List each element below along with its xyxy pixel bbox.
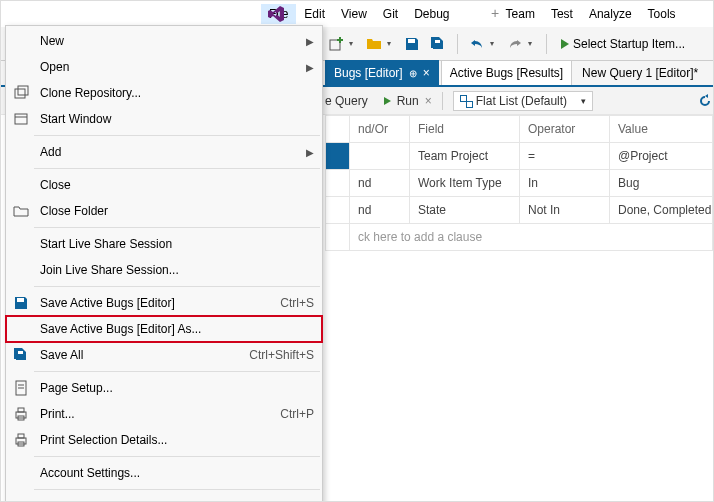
cell-operator[interactable]: = — [520, 143, 610, 170]
menu-item-label: Join Live Share Session... — [40, 263, 314, 277]
menu-item-save-active-bugs-editor[interactable]: Save Active Bugs [Editor]Ctrl+S — [6, 290, 322, 316]
svg-rect-13 — [18, 408, 24, 412]
table-row[interactable]: nd Work Item Type In Bug — [326, 170, 713, 197]
print-icon — [10, 405, 32, 423]
menu-git[interactable]: Git — [375, 4, 406, 24]
menu-item-save-active-bugs-editor-as[interactable]: Save Active Bugs [Editor] As... — [6, 316, 322, 342]
menu-item-close[interactable]: Close — [6, 172, 322, 198]
row-select-cell[interactable] — [326, 197, 350, 224]
menu-team[interactable]: Team — [498, 4, 543, 24]
menu-item-add[interactable]: Add▶ — [6, 139, 322, 165]
menu-tools[interactable]: Tools — [640, 4, 684, 24]
menu-item-new[interactable]: New▶ — [6, 28, 322, 54]
cell-operator[interactable]: In — [520, 170, 610, 197]
cell-value[interactable]: Bug — [610, 170, 713, 197]
menu-item-print-selection-details[interactable]: Print Selection Details... — [6, 427, 322, 453]
row-select-cell[interactable] — [326, 170, 350, 197]
cell-andor[interactable]: nd — [350, 170, 410, 197]
open-file-icon[interactable]: ▾ — [363, 33, 385, 55]
blank-icon — [10, 58, 32, 76]
cell-andor[interactable] — [350, 143, 410, 170]
menu-item-recent-files[interactable]: Recent Files▶ — [6, 493, 322, 502]
menu-item-label: Clone Repository... — [40, 86, 314, 100]
menu-separator — [34, 135, 320, 136]
clone-icon — [10, 84, 32, 102]
cell-field[interactable]: Team Project — [410, 143, 520, 170]
col-field[interactable]: Field — [410, 116, 520, 143]
cell-operator[interactable]: Not In — [520, 197, 610, 224]
col-andor[interactable]: nd/Or — [350, 116, 410, 143]
refresh-icon[interactable] — [697, 93, 713, 109]
menu-item-join-live-share-session[interactable]: Join Live Share Session... — [6, 257, 322, 283]
menu-item-start-window[interactable]: Start Window — [6, 106, 322, 132]
tab-active-bugs-editor[interactable]: Bugs [Editor] ⊕ × — [325, 60, 439, 85]
undo-icon[interactable]: ▾ — [466, 33, 488, 55]
add-clause-row[interactable]: ck here to add a clause — [326, 224, 713, 251]
tab-new-query[interactable]: New Query 1 [Editor]* — [574, 61, 706, 85]
pin-icon[interactable]: ⊕ — [409, 68, 417, 79]
table-row[interactable]: nd State Not In Done, Completed, — [326, 197, 713, 224]
menu-item-start-live-share-session[interactable]: Start Live Share Session — [6, 231, 322, 257]
col-operator[interactable]: Operator — [520, 116, 610, 143]
menu-view[interactable]: View — [333, 4, 375, 24]
svg-rect-0 — [330, 40, 340, 50]
query-type-dropdown[interactable]: Flat List (Default) ▾ — [453, 91, 593, 111]
menu-item-print[interactable]: Print...Ctrl+P — [6, 401, 322, 427]
svg-rect-1 — [408, 39, 415, 43]
startup-label: Select Startup Item... — [573, 37, 685, 51]
run-label[interactable]: Run — [397, 94, 419, 108]
menu-item-label: Start Window — [40, 112, 314, 126]
col-value[interactable]: Value — [610, 116, 713, 143]
menu-item-open[interactable]: Open▶ — [6, 54, 322, 80]
menu-item-account-settings[interactable]: Account Settings... — [6, 460, 322, 486]
save-icon — [10, 294, 32, 312]
new-project-icon[interactable]: ▾ — [325, 33, 347, 55]
cell-value[interactable]: Done, Completed, — [610, 197, 713, 224]
menu-separator — [34, 371, 320, 372]
close-icon[interactable]: × — [423, 66, 430, 80]
toolbar-separator — [457, 34, 458, 54]
startup-project-button[interactable]: Select Startup Item... — [555, 35, 691, 53]
submenu-arrow-icon: ▶ — [306, 62, 314, 73]
menu-test[interactable]: Test — [543, 4, 581, 24]
save-icon[interactable] — [401, 33, 423, 55]
menu-debug[interactable]: Debug — [406, 4, 457, 24]
menu-item-clone-repository[interactable]: Clone Repository... — [6, 80, 322, 106]
submenu-arrow-icon: ▶ — [306, 147, 314, 158]
query-clauses-grid: nd/Or Field Operator Value Team Project … — [325, 115, 713, 251]
tab-label: New Query 1 [Editor]* — [582, 66, 698, 80]
cell-field[interactable]: State — [410, 197, 520, 224]
grid-header-row: nd/Or Field Operator Value — [326, 116, 713, 143]
cell-field[interactable]: Work Item Type — [410, 170, 520, 197]
save-all-icon[interactable] — [427, 33, 449, 55]
cell-andor[interactable]: nd — [350, 197, 410, 224]
menu-bar: File Edit View Git Debug + Team Test Ana… — [1, 1, 713, 27]
svg-rect-2 — [435, 40, 440, 43]
menu-shortcut: Ctrl+Shift+S — [249, 348, 314, 362]
menu-separator — [34, 227, 320, 228]
menu-item-label: Start Live Share Session — [40, 237, 314, 251]
menu-separator — [34, 168, 320, 169]
menu-analyze[interactable]: Analyze — [581, 4, 640, 24]
menu-item-label: New — [40, 34, 298, 48]
svg-rect-8 — [18, 351, 23, 354]
menu-item-page-setup[interactable]: Page Setup... — [6, 375, 322, 401]
toolbar-customize-icon[interactable]: + — [491, 5, 499, 21]
play-icon — [561, 39, 569, 49]
menu-item-label: Page Setup... — [40, 381, 314, 395]
menu-item-label: Print... — [40, 407, 272, 421]
col-select[interactable] — [326, 116, 350, 143]
menu-item-save-all[interactable]: Save AllCtrl+Shift+S — [6, 342, 322, 368]
menu-item-close-folder[interactable]: Close Folder — [6, 198, 322, 224]
toolbar-separator — [546, 34, 547, 54]
menu-edit[interactable]: Edit — [296, 4, 333, 24]
redo-icon[interactable]: ▾ — [504, 33, 526, 55]
cell-value[interactable]: @Project — [610, 143, 713, 170]
close-run-icon[interactable]: × — [425, 94, 432, 108]
tab-active-bugs-results[interactable]: Active Bugs [Results] — [441, 60, 572, 85]
run-icon[interactable] — [384, 97, 391, 105]
table-row[interactable]: Team Project = @Project — [326, 143, 713, 170]
add-clause-label[interactable]: ck here to add a clause — [350, 224, 713, 251]
menu-shortcut: Ctrl+P — [280, 407, 314, 421]
row-selected-cell[interactable] — [326, 143, 350, 170]
